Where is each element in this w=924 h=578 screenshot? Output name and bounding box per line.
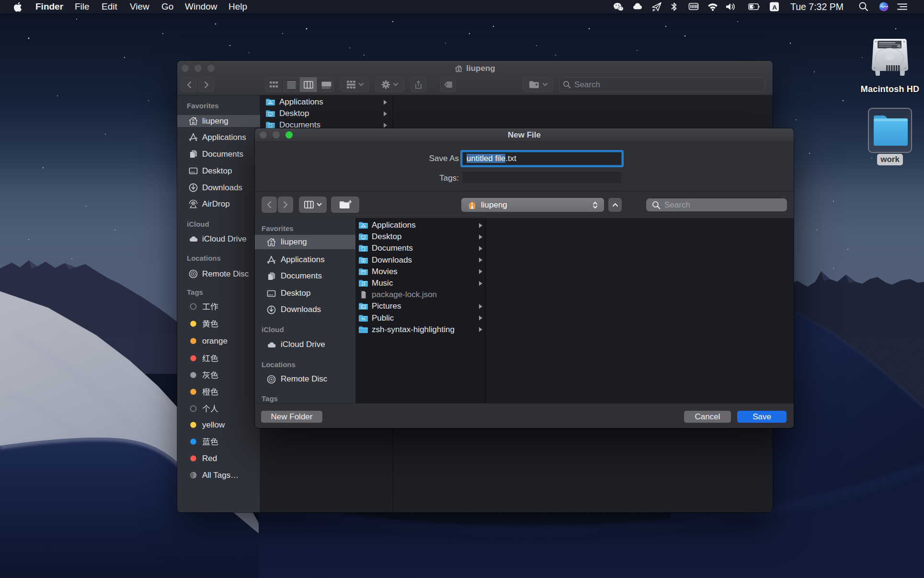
svg-text:P: P: [653, 8, 656, 12]
svg-text:A: A: [772, 4, 777, 11]
